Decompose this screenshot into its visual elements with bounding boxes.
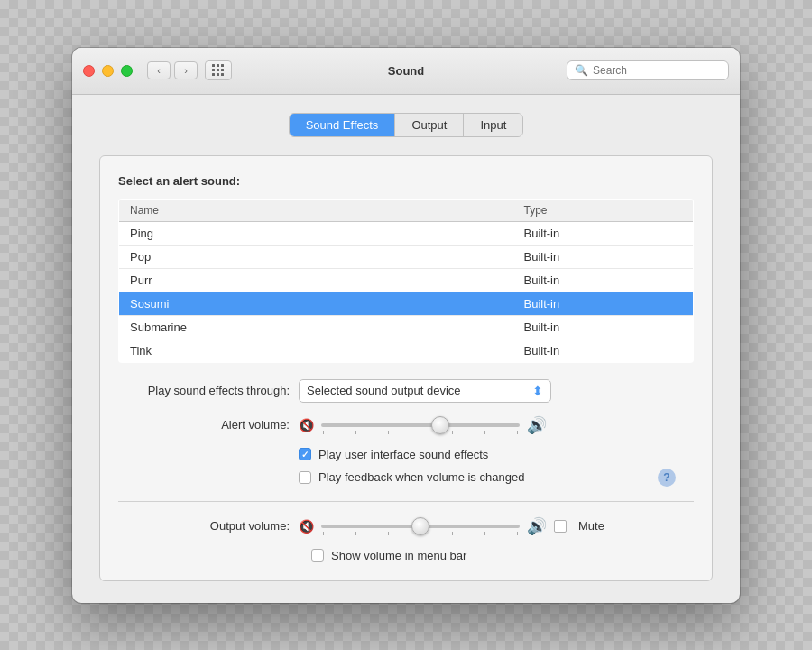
alert-volume-row: Alert volume: 🔇 🔊 (118, 415, 694, 435)
sound-name-cell: Pop (119, 245, 513, 268)
mute-checkbox[interactable] (554, 520, 567, 533)
titlebar: ‹ › Sound 🔍 (72, 48, 740, 95)
ui-sound-effects-row: Play user interface sound effects (118, 448, 694, 461)
close-button[interactable] (83, 65, 95, 77)
output-volume-slider[interactable] (321, 525, 520, 528)
tab-sound-effects[interactable]: Sound Effects (290, 114, 396, 136)
feedback-volume-label: Play feedback when volume is changed (318, 470, 524, 484)
table-row[interactable]: SubmarineBuilt-in (119, 315, 694, 339)
nav-buttons: ‹ › (147, 61, 198, 79)
traffic-lights (83, 65, 133, 77)
table-row[interactable]: SosumiBuilt-in (119, 292, 694, 315)
sound-name-cell: Ping (119, 221, 513, 245)
forward-button[interactable]: › (174, 61, 198, 79)
sound-type-cell: Built-in (513, 292, 694, 315)
sound-name-cell: Sosumi (119, 292, 513, 315)
sound-name-cell: Tink (119, 339, 513, 362)
back-button[interactable]: ‹ (147, 61, 171, 79)
ui-sound-effects-checkbox[interactable] (299, 448, 311, 460)
grid-icon (212, 64, 225, 77)
table-row[interactable]: TinkBuilt-in (119, 339, 694, 362)
window-title: Sound (388, 64, 424, 78)
alert-volume-slider-row: 🔇 🔊 (299, 415, 547, 435)
table-row[interactable]: PurrBuilt-in (119, 268, 694, 292)
tabs: Sound Effects Output Input (99, 113, 713, 137)
sound-name-cell: Purr (119, 268, 513, 292)
sound-type-cell: Built-in (513, 268, 694, 292)
table-row[interactable]: PingBuilt-in (119, 221, 694, 245)
menubar-row: Show volume in menu bar (118, 549, 694, 562)
play-through-label: Play sound effects through: (118, 384, 299, 397)
tab-output[interactable]: Output (395, 114, 464, 136)
alert-volume-slider[interactable] (321, 423, 520, 427)
output-volume-label: Output volume: (118, 519, 299, 533)
sound-name-cell: Submarine (119, 315, 513, 339)
slider-ticks (321, 431, 520, 434)
show-volume-label: Show volume in menu bar (331, 549, 466, 562)
output-volume-low-icon: 🔇 (299, 519, 314, 534)
output-volume-high-icon: 🔊 (527, 516, 547, 536)
tab-input[interactable]: Input (464, 114, 522, 136)
output-slider-ticks (321, 532, 520, 535)
volume-low-icon: 🔇 (299, 418, 314, 432)
output-volume-slider-row: 🔇 🔊 Mute (299, 516, 604, 536)
window: ‹ › Sound 🔍 Sound Effects Output Input (72, 48, 740, 603)
grid-view-button[interactable] (205, 60, 232, 80)
divider (118, 501, 694, 502)
main-panel: Select an alert sound: Name Type PingBui… (99, 155, 713, 581)
mute-label: Mute (578, 519, 604, 533)
search-bar[interactable]: 🔍 (567, 60, 729, 80)
sound-type-cell: Built-in (513, 245, 694, 268)
sound-type-cell: Built-in (513, 339, 694, 362)
alert-volume-label: Alert volume: (118, 418, 299, 432)
sound-type-cell: Built-in (513, 315, 694, 339)
sound-table: Name Type PingBuilt-inPopBuilt-inPurrBui… (118, 199, 694, 363)
table-row[interactable]: PopBuilt-in (119, 245, 694, 268)
play-through-row: Play sound effects through: Selected sou… (118, 379, 694, 403)
maximize-button[interactable] (121, 65, 133, 77)
minimize-button[interactable] (102, 65, 114, 77)
col-type: Type (513, 199, 694, 221)
content: Sound Effects Output Input Select an ale… (72, 95, 740, 603)
search-input[interactable] (593, 64, 721, 77)
dropdown-arrow-icon: ⬍ (532, 384, 543, 398)
section-title: Select an alert sound: (118, 174, 694, 188)
ui-sound-effects-label: Play user interface sound effects (318, 448, 488, 461)
play-through-dropdown[interactable]: Selected sound output device ⬍ (299, 379, 551, 403)
col-name: Name (119, 199, 513, 221)
show-volume-checkbox[interactable] (311, 549, 324, 562)
output-volume-row: Output volume: 🔇 🔊 Mute (118, 516, 694, 536)
help-button[interactable]: ? (658, 469, 676, 487)
search-icon: 🔍 (575, 64, 588, 77)
sound-type-cell: Built-in (513, 221, 694, 245)
tab-group: Sound Effects Output Input (289, 113, 524, 137)
volume-high-icon: 🔊 (527, 415, 547, 435)
feedback-volume-checkbox[interactable] (299, 471, 311, 484)
play-through-value: Selected sound output device (307, 384, 461, 397)
